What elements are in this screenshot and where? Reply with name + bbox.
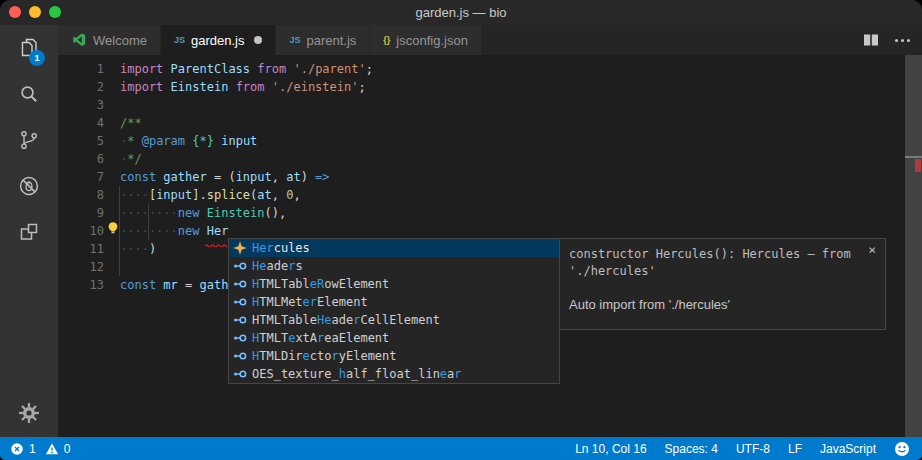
code-line-6[interactable]: 6·*/ (58, 150, 905, 168)
line-number: 5 (58, 132, 104, 150)
vscode-window: garden.js — bio 1 WelcomeJSgarden.jsJSpa… (0, 0, 922, 460)
code-line-5[interactable]: 5·* @param {*} input (58, 132, 905, 150)
problems-indicator[interactable]: 1 0 (10, 442, 70, 456)
code-text: /** (120, 114, 142, 132)
activity-explorer-icon[interactable]: 1 (0, 25, 58, 71)
suggest-item-label: Headers (252, 259, 303, 273)
js-file-icon: JS (289, 35, 300, 45)
suggest-item-label: Hercules (252, 241, 310, 255)
settings-gear-icon[interactable] (0, 401, 58, 425)
status-right-items: Ln 10, Col 16Spaces: 4UTF-8LFJavaScript (575, 441, 910, 457)
editor-actions (863, 25, 910, 55)
activity-source-control-icon[interactable] (0, 117, 58, 163)
suggest-item-label: HTMLTableRowElement (252, 277, 389, 291)
activity-bar: 1 (0, 25, 58, 437)
more-actions-icon[interactable] (895, 39, 910, 42)
error-icon (10, 442, 24, 456)
status-indentation[interactable]: Spaces: 4 (665, 442, 718, 456)
code-text: ····[input].splice(at, 0, (120, 186, 301, 204)
activity-extensions-icon[interactable] (0, 209, 58, 255)
title-bar: garden.js — bio (0, 0, 922, 25)
tab-jsconfig.json[interactable]: {}jsconfig.json (370, 25, 482, 55)
code-line-4[interactable]: 4/** (58, 114, 905, 132)
line-number: 9 (58, 204, 104, 222)
overview-error-marker (915, 159, 921, 172)
tab-garden.js[interactable]: JSgarden.js (161, 25, 277, 55)
braces-file-icon: {} (383, 35, 390, 45)
error-count: 1 (29, 442, 36, 456)
zoom-window-button[interactable] (49, 6, 61, 18)
tab-list: WelcomeJSgarden.jsJSparent.js{}jsconfig.… (58, 25, 482, 55)
code-text: ·*/ (120, 150, 142, 168)
code-text: const mr = gath (120, 276, 228, 294)
line-number: 11 (58, 240, 104, 258)
code-text: ····) (120, 240, 156, 258)
field-kind-icon (232, 294, 248, 310)
field-kind-icon (232, 330, 248, 346)
line-number: 2 (58, 78, 104, 96)
code-line-7[interactable]: 7const gather = (input, at) => (58, 168, 905, 186)
suggest-item-HTMLTextAreaElement[interactable]: HTMLTextAreaElement (229, 329, 559, 347)
field-kind-icon (232, 258, 248, 274)
window-title: garden.js — bio (0, 0, 922, 25)
tab-parent.js[interactable]: JSparent.js (276, 25, 370, 55)
line-number: 6 (58, 150, 104, 168)
activity-search-icon[interactable] (0, 71, 58, 117)
js-file-icon: JS (174, 35, 185, 45)
traffic-lights (9, 6, 61, 18)
code-text: const gather = (input, at) => (120, 168, 330, 186)
suggest-item-Headers[interactable]: Headers (229, 257, 559, 275)
close-icon[interactable]: × (868, 242, 876, 257)
suggest-item-label: HTMLTextAreaElement (252, 331, 389, 345)
line-number: 1 (58, 60, 104, 78)
suggest-item-HTMLDirectoryElement[interactable]: HTMLDirectoryElement (229, 347, 559, 365)
suggest-item-Hercules[interactable]: Hercules (229, 239, 559, 257)
code-line-9[interactable]: 9········new Einstein(), (58, 204, 905, 222)
suggest-doc-signature: constructor Hercules(): Hercules — from … (569, 246, 859, 280)
suggest-item-HTMLTableHeaderCellElement[interactable]: HTMLTableHeaderCellElement (229, 311, 559, 329)
feedback-smiley-icon[interactable] (894, 441, 910, 457)
lightbulb-icon[interactable] (105, 220, 121, 239)
suggest-item-HTMLMeterElement[interactable]: HTMLMeterElement (229, 293, 559, 311)
line-number: 8 (58, 186, 104, 204)
activity-debug-icon[interactable] (0, 163, 58, 209)
suggest-item-OES_texture_half_float_linear[interactable]: OES_texture_half_float_linear (229, 365, 559, 383)
close-window-button[interactable] (9, 6, 21, 18)
line-number: 7 (58, 168, 104, 186)
scrollbar[interactable] (905, 55, 922, 437)
minimize-window-button[interactable] (29, 6, 41, 18)
split-editor-icon[interactable] (863, 33, 879, 47)
warning-icon (45, 442, 59, 456)
dirty-indicator-dot[interactable] (254, 36, 262, 44)
tab-welcome[interactable]: Welcome (58, 25, 161, 55)
field-kind-icon (232, 276, 248, 292)
tab-label: jsconfig.json (396, 33, 468, 48)
explorer-badge: 1 (29, 50, 45, 66)
warning-count: 0 (64, 442, 71, 456)
tab-label: garden.js (191, 33, 244, 48)
tab-label: parent.js (306, 33, 356, 48)
code-line-3[interactable]: 3 (58, 96, 905, 114)
suggest-item-label: HTMLTableHeaderCellElement (252, 313, 440, 327)
field-kind-icon (232, 348, 248, 364)
line-number: 4 (58, 114, 104, 132)
status-language[interactable]: JavaScript (820, 442, 876, 456)
status-eol[interactable]: LF (788, 442, 802, 456)
code-text: ·* @param {*} input (120, 132, 257, 150)
status-bar: 1 0 Ln 10, Col 16Spaces: 4UTF-8LFJavaScr… (0, 437, 922, 460)
code-line-1[interactable]: 1import ParentClass from './parent'; (58, 60, 905, 78)
overview-cursor-marker (905, 156, 922, 158)
code-text: ········new Einstein(), (120, 204, 286, 222)
tab-bar: WelcomeJSgarden.jsJSparent.js{}jsconfig.… (58, 25, 922, 55)
suggest-item-label: HTMLMeterElement (252, 295, 368, 309)
suggest-item-HTMLTableRowElement[interactable]: HTMLTableRowElement (229, 275, 559, 293)
code-line-2[interactable]: 2import Einstein from './einstein'; (58, 78, 905, 96)
code-text: import Einstein from './einstein'; (120, 78, 366, 96)
status-cursor-position[interactable]: Ln 10, Col 16 (575, 442, 646, 456)
code-text: import ParentClass from './parent'; (120, 60, 373, 78)
field-kind-icon (232, 312, 248, 328)
tab-label: Welcome (93, 33, 147, 48)
code-line-8[interactable]: 8····[input].splice(at, 0, (58, 186, 905, 204)
suggest-doc-detail: Auto import from './hercules' (569, 297, 875, 312)
status-encoding[interactable]: UTF-8 (736, 442, 770, 456)
